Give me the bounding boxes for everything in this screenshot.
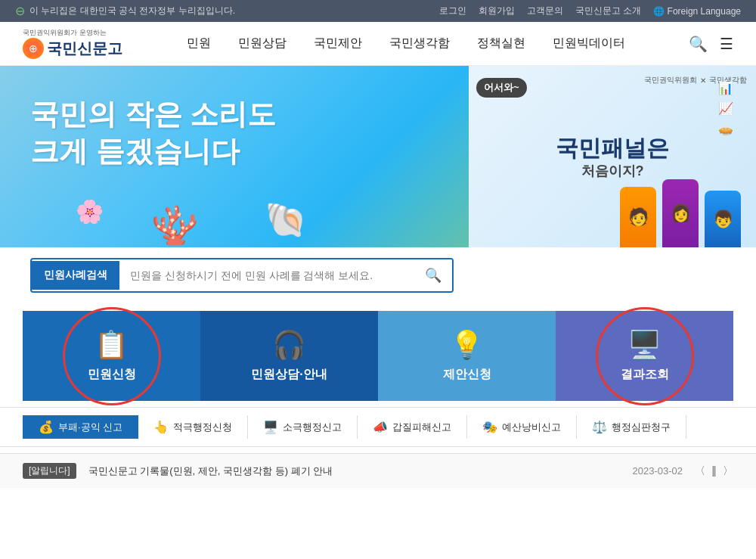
propose-label: 제안신청 — [443, 367, 491, 383]
nav-propose[interactable]: 국민제안 — [314, 36, 362, 51]
hero-title: 국민의 작은 소리도 크게 듣겠습니다 — [30, 96, 276, 171]
sub-nav-positive[interactable]: 👆 적극행정신청 — [138, 415, 248, 439]
positive-icon: 👆 — [153, 420, 169, 434]
search-button[interactable]: 🔍 — [414, 259, 452, 291]
chart-icons: 📊 📈 🥧 — [718, 81, 733, 136]
panel-title-line1: 국민패널은 — [556, 133, 669, 163]
figure3: 👦 — [705, 191, 741, 247]
propose-icon: 💡 — [450, 329, 484, 361]
chart-icon3: 🥧 — [718, 122, 733, 136]
signup-link[interactable]: 회원가입 — [479, 5, 515, 17]
logo-text: 국민신문고 — [47, 39, 122, 59]
nav-livethink[interactable]: 국민생각함 — [389, 36, 450, 51]
top-bar-left: ⊖ 이 누리집은 대한민국 공식 전자정부 누리집입니다. — [15, 4, 235, 18]
result-icon: 🖥️ — [627, 329, 662, 361]
consult-label: 민원상담·안내 — [251, 367, 327, 383]
search-input[interactable] — [119, 262, 414, 289]
abuse-icon: 📣 — [373, 420, 388, 434]
sub-nav-budget[interactable]: 🎭 예산낭비신고 — [467, 415, 577, 439]
budget-icon: 🎭 — [482, 420, 497, 434]
hero-title-line2: 크게 듣겠습니다 — [30, 133, 276, 170]
top-bar-right: 로그인 회원가입 고객문의 국민신문고 소개 🌐 Foreign Languag… — [439, 5, 741, 17]
main-nav: 민원 민원상담 국민제안 국민생각함 정책실현 민원빅데이터 — [122, 36, 689, 51]
panel-title-line2: 처음이지? — [556, 163, 669, 180]
announce-pause[interactable]: ‖ — [711, 464, 717, 478]
nav-policy[interactable]: 정책실현 — [477, 36, 525, 51]
contact-link[interactable]: 고객문의 — [527, 5, 563, 17]
passive-icon: 🖥️ — [263, 420, 278, 434]
result-label: 결과조회 — [621, 367, 669, 383]
search-box: 민원사례검색 🔍 — [30, 258, 454, 293]
sub-nav-admin[interactable]: ⚖️ 행정심판청구 — [577, 415, 686, 439]
login-link[interactable]: 로그인 — [439, 5, 466, 17]
positive-label: 적극행정신청 — [173, 421, 232, 434]
corruption-label: 부패·공익 신고 — [58, 421, 122, 434]
announce-bar: [알립니다] 국민신문고 기록물(민원, 제안, 국민생각함 등) 폐기 안내 … — [0, 453, 756, 488]
announce-badge: [알립니다] — [23, 463, 76, 479]
budget-label: 예산낭비신고 — [502, 421, 561, 434]
gov-icon: ⊖ — [15, 4, 25, 18]
top-bar: ⊖ 이 누리집은 대한민국 공식 전자정부 누리집입니다. 로그인 회원가입 고… — [0, 0, 756, 22]
panel-title: 국민패널은 처음이지? — [556, 133, 669, 180]
nav-consult[interactable]: 민원상담 — [238, 36, 287, 51]
about-link[interactable]: 국민신문고 소개 — [575, 5, 641, 17]
panel-logo1: 국민권익위원회 — [644, 75, 697, 85]
chart-icon1: 📊 — [718, 81, 733, 95]
petition-icon: 📋 — [94, 329, 129, 361]
petition-label: 민원신청 — [88, 367, 136, 383]
nav-petition[interactable]: 민원 — [187, 36, 211, 51]
figure1: 🧑 — [620, 187, 656, 247]
quick-item-petition[interactable]: 📋 민원신청 — [23, 311, 200, 401]
consult-icon: 🎧 — [272, 329, 306, 361]
logo-subtitle: 국민권익위원회가 운영하는 — [23, 28, 107, 38]
shell-decoration: 🐚 — [265, 200, 307, 240]
admin-icon: ⚖️ — [592, 420, 607, 434]
quick-item-consult[interactable]: 🎧 민원상담·안내 — [200, 311, 378, 401]
flower-decoration: 🌸 — [76, 198, 104, 225]
sub-nav-abuse[interactable]: 📣 갑질피해신고 — [358, 415, 467, 439]
figure2: 👩 — [662, 179, 699, 247]
passive-label: 소극행정신고 — [283, 421, 342, 434]
quick-item-propose[interactable]: 💡 제안신청 — [378, 311, 556, 401]
panel-figures: 🧑 👩 👦 — [620, 179, 741, 247]
chart-icon2: 📈 — [718, 101, 733, 116]
language-link[interactable]: 🌐 Foreign Language — [653, 6, 741, 17]
nav-bigdata[interactable]: 민원빅데이터 — [553, 36, 625, 51]
panel-logo-x: ✕ — [700, 76, 706, 85]
menu-icon[interactable]: ☰ — [720, 35, 733, 53]
sub-nav: 💰 부패·공익 신고 👆 적극행정신청 🖥️ 소극행정신고 📣 갑질피해신고 🎭… — [0, 407, 756, 447]
logo-icon: ⊕ — [23, 38, 44, 59]
welcome-badge: 어서와~ — [476, 78, 527, 98]
admin-label: 행정심판청구 — [612, 421, 671, 434]
logo-main[interactable]: ⊕ 국민신문고 — [23, 38, 122, 59]
header-icons: 🔍 ☰ — [689, 35, 733, 53]
coral-decoration: 🪸 — [151, 203, 198, 247]
quick-links: 📋 민원신청 🎧 민원상담·안내 💡 제안신청 🖥️ 결과조회 — [23, 311, 733, 401]
gov-notice: 이 누리집은 대한민국 공식 전자정부 누리집입니다. — [29, 5, 235, 17]
hero-banner: 🪸 🐚 🌸 국민의 작은 소리도 크게 듣겠습니다 어서와~ 국민권익위원회 ✕… — [0, 66, 756, 247]
search-icon[interactable]: 🔍 — [689, 35, 708, 53]
search-section: 민원사례검색 🔍 — [0, 247, 756, 303]
announce-controls: 〈 ‖ 〉 — [695, 464, 733, 478]
logo-area: 국민권익위원회가 운영하는 ⊕ 국민신문고 — [23, 28, 122, 59]
sub-nav-passive[interactable]: 🖥️ 소극행정신고 — [248, 415, 358, 439]
quick-item-result[interactable]: 🖥️ 결과조회 — [556, 311, 733, 401]
corruption-icon: 💰 — [39, 420, 54, 434]
announce-date: 2023-03-02 — [633, 465, 683, 477]
hero-title-line1: 국민의 작은 소리도 — [30, 96, 276, 133]
hero-text: 국민의 작은 소리도 크게 듣겠습니다 — [30, 96, 276, 171]
announce-prev[interactable]: 〈 — [695, 464, 705, 478]
announce-text: 국민신문고 기록물(민원, 제안, 국민생각함 등) 폐기 안내 — [88, 464, 621, 478]
abuse-label: 갑질피해신고 — [392, 421, 451, 434]
hero-panel: 어서와~ 국민권익위원회 ✕ 국민생각함 국민패널은 처음이지? 🧑 👩 👦 📊… — [469, 66, 756, 247]
announce-next[interactable]: 〉 — [723, 464, 733, 478]
header: 국민권익위원회가 운영하는 ⊕ 국민신문고 민원 민원상담 국민제안 국민생각함… — [0, 22, 756, 66]
search-label: 민원사례검색 — [32, 261, 119, 290]
sub-nav-corruption[interactable]: 💰 부패·공익 신고 — [23, 415, 138, 439]
